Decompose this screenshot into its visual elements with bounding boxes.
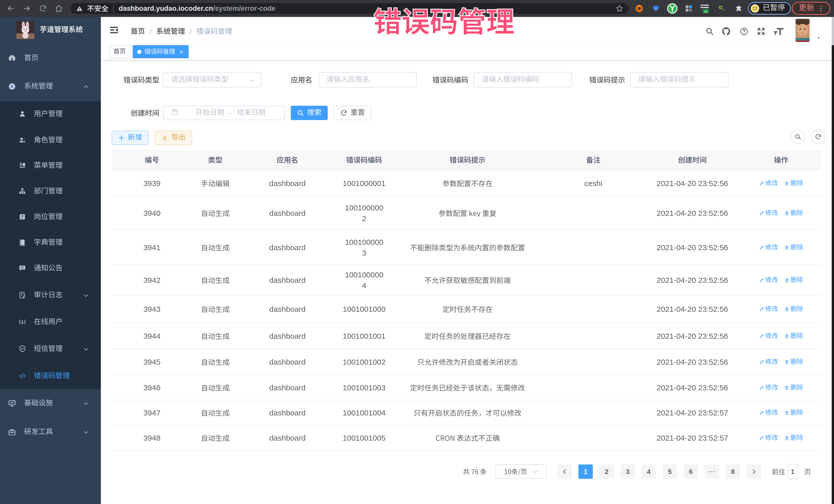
svg-text:on: on	[704, 9, 707, 13]
